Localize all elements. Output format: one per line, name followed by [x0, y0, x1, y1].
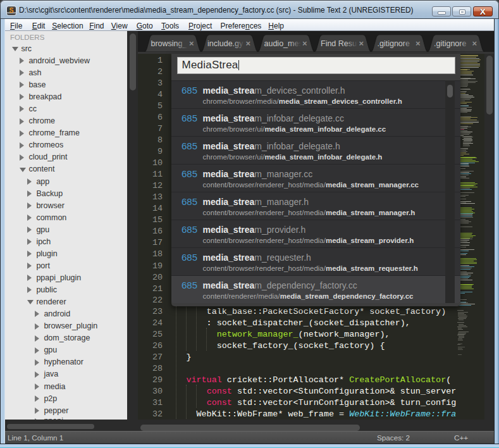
svg-text:browsing_: browsing_ — [151, 39, 188, 48]
svg-text:×: × — [472, 39, 477, 48]
svg-text:include.gy: include.gy — [207, 39, 243, 48]
svg-text:×: × — [246, 39, 251, 48]
svg-text:×: × — [189, 39, 194, 48]
svg-text:.gitignore: .gitignore — [378, 39, 410, 48]
svg-text:×: × — [302, 39, 307, 48]
svg-text:×: × — [359, 39, 364, 48]
svg-text:Find Resul: Find Resul — [321, 39, 359, 48]
svg-text:audio_mes: audio_mes — [264, 39, 303, 48]
svg-text:×: × — [416, 39, 421, 48]
svg-text:.gitignore: .gitignore — [434, 39, 466, 48]
